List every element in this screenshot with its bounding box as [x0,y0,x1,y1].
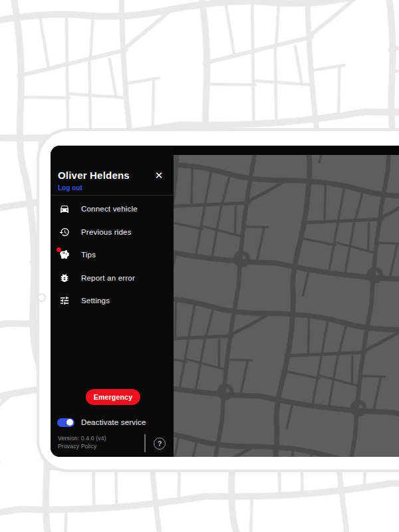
tablet-camera [37,293,46,302]
toggle-knob [66,419,73,426]
privacy-policy-link[interactable]: Provacy Policy [58,443,106,451]
deactivate-service-label: Deactivate service [81,418,146,426]
menu-item-report-error[interactable]: Report an error [51,267,174,290]
user-name: Oliver Heldens [58,170,130,181]
deactivate-service-row: Deactivate service [51,414,174,430]
menu-drawer: Oliver Heldens Log out ✕ Connect vehicle… [51,146,174,457]
footer-divider [144,434,146,452]
piggy-bank-icon [59,249,70,261]
menu-list: Connect vehicle Previous rides Tips [51,198,174,313]
car-icon [59,203,70,215]
map-view[interactable] [174,155,399,457]
app-meta: Version: 0.4.0 (v4) Provacy Policy [58,435,106,450]
app-screen: Oliver Heldens Log out ✕ Connect vehicle… [51,146,399,457]
deactivate-service-toggle[interactable] [57,418,74,427]
device-mockup-scene: Oliver Heldens Log out ✕ Connect vehicle… [0,0,399,532]
menu-item-label: Settings [81,297,110,305]
menu-item-settings[interactable]: Settings [51,289,174,313]
close-icon[interactable]: ✕ [152,168,166,183]
menu-item-connect-vehicle[interactable]: Connect vehicle [51,198,174,221]
bug-icon [59,272,70,283]
notification-dot [57,247,61,252]
logout-link[interactable]: Log out [58,184,82,192]
menu-item-label: Report an error [81,274,135,282]
header-divider [51,195,174,196]
menu-item-label: Previous rides [81,228,132,236]
tune-sliders-icon [59,295,70,307]
menu-item-tips[interactable]: Tips [51,243,174,267]
menu-item-previous-rides[interactable]: Previous rides [51,221,174,244]
help-icon[interactable]: ? [154,438,166,450]
menu-item-label: Connect vehicle [81,205,138,213]
emergency-button[interactable]: Emergency [86,389,140,405]
history-icon [59,226,70,237]
menu-item-label: Tips [81,251,96,259]
version-text: Version: 0.4.0 (v4) [58,435,106,443]
